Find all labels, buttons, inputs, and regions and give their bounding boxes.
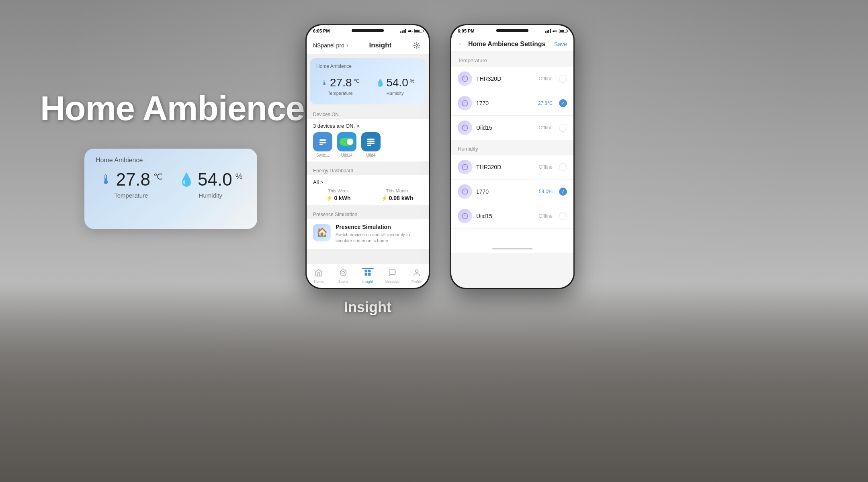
signal-bars [400, 29, 406, 33]
devices-count-text: 3 devices are ON. > [313, 123, 359, 129]
settings-header: ← Home Ambience Settings Save [451, 37, 573, 52]
settings-1770-temp[interactable]: 1770 27.8℃ ✓ [451, 91, 573, 116]
devices-section-header: Devices ON [307, 108, 429, 119]
switch-icon [318, 137, 328, 147]
save-button[interactable]: Save [554, 41, 567, 47]
widget-temp-label: Temperature [114, 192, 148, 199]
phone-insight: 6:05 PM 4G NSpanel pro [305, 24, 430, 289]
status-right-insight: 4G [400, 29, 422, 33]
ambience-card-title: Home Ambience [316, 63, 419, 69]
uiid15-temp-status: Offline [539, 125, 553, 131]
thr320d-humid-radio[interactable] [559, 163, 567, 171]
svg-point-14 [415, 270, 418, 273]
settings-uiid15-temp[interactable]: Uiid15 Offline [451, 116, 573, 140]
devices-count[interactable]: 3 devices are ON. > [313, 123, 422, 129]
device-toggle-label: Uiid14 [341, 153, 352, 157]
svg-rect-2 [319, 142, 326, 143]
battery-icon [414, 29, 422, 33]
page-heading: Home Ambience [40, 88, 305, 128]
device-item-switch[interactable]: Switc... [313, 132, 332, 157]
nav-item-message[interactable]: Message [380, 269, 404, 284]
energy-section-header: Energy Dashboard [307, 164, 429, 175]
home-indicator-bar [492, 248, 532, 249]
ambience-temp: 🌡 27.8 ℃ Temperature [316, 73, 364, 99]
background [0, 0, 868, 482]
widget-humid-label: Humidity [199, 192, 222, 199]
network-type-settings: 4G [553, 29, 557, 33]
1770-humid-value: 54.0% [539, 189, 553, 194]
nav-item-scene[interactable]: Scene [331, 269, 356, 284]
uiid15-temp-radio[interactable] [559, 124, 567, 132]
1770-temp-icon [458, 96, 472, 110]
settings-gear-button[interactable] [411, 40, 422, 51]
signal-bar-1 [400, 31, 401, 33]
energy-week-value: ⚡ 0 kWh [313, 195, 364, 201]
nav-item-insight[interactable]: Insight [356, 269, 380, 284]
nspanel-selector[interactable]: NSpanel pro ▼ [313, 42, 350, 49]
1770-temp-name: 1770 [476, 100, 534, 106]
ambience-humid-label: Humidity [387, 91, 404, 96]
device-switch-label: Switc... [316, 153, 329, 157]
temperature-section-title: Temperature [451, 52, 573, 67]
svg-point-8 [340, 270, 346, 276]
widget-humidity: 💧 54.0 % Humidity [175, 170, 246, 199]
back-button[interactable]: ← [458, 40, 465, 48]
widget-temp-row: 🌡 27.8 ℃ [100, 170, 162, 190]
battery-icon-settings [559, 29, 567, 33]
settings-1770-humid[interactable]: 1770 54.0% ✓ [451, 180, 573, 204]
battery-fill-settings [560, 30, 564, 32]
humidity-section-title: Humidity [451, 140, 573, 155]
widget-card-title: Home Ambience [96, 157, 246, 164]
insight-label-area: Insight [305, 299, 430, 316]
ambience-metrics: 🌡 27.8 ℃ Temperature 💧 54.0 % [316, 73, 419, 99]
thr320d-humid-status: Offline [539, 164, 553, 170]
nav-label-scene: Scene [338, 280, 348, 284]
grid-icon [364, 269, 372, 277]
1770-humid-radio[interactable]: ✓ [559, 188, 567, 196]
energy-row: This Week ⚡ 0 kWh This Month ⚡ 0.08 kWh [313, 188, 422, 201]
profile-nav-icon [413, 269, 421, 279]
uiid15-humid-icon [458, 209, 472, 223]
ambience-humid-row: 💧 54.0 % [376, 76, 414, 89]
insight-nav-icon [364, 269, 372, 279]
energy-link[interactable]: All > [313, 179, 422, 185]
settings-thr320d-humid[interactable]: THR320D Offline [451, 155, 573, 180]
uiid15-humid-name: Uiid15 [476, 213, 535, 219]
energy-card: All > This Week ⚡ 0 kWh This Month [307, 175, 429, 205]
uiid15-humid-radio[interactable] [559, 212, 567, 220]
phone-screen-insight: 6:05 PM 4G NSpanel pro [307, 25, 429, 288]
settings-uiid15-humid[interactable]: Uiid15 Offline [451, 204, 573, 229]
energy-week-label: This Week [313, 188, 364, 193]
presence-card[interactable]: 🏠 Presence Simulation Switch devices on … [307, 219, 429, 249]
nav-item-home[interactable]: Home [307, 269, 331, 284]
widget-temp-value: 27.8 [116, 170, 150, 190]
settings-thr320d-temp[interactable]: THR320D Offline [451, 67, 573, 91]
1770-temp-radio[interactable]: ✓ [559, 99, 567, 107]
phone-notch-left [352, 29, 384, 32]
sofa-area [0, 281, 868, 482]
message-nav-icon [388, 269, 396, 279]
energy-month-label: This Month [372, 188, 422, 193]
svg-rect-3 [319, 144, 323, 145]
widget-temp-unit: ℃ [154, 172, 162, 182]
phone-screen-settings: 6:05 PM 4G ← Home Ambienc [451, 25, 573, 288]
phone-settings: 6:05 PM 4G ← Home Ambienc [450, 24, 575, 289]
gear-icon [413, 42, 420, 49]
widget-humid-unit: % [235, 172, 243, 181]
humidity-icon: 💧 [178, 172, 194, 187]
ambience-divider [368, 76, 368, 96]
humidity-small-icon: 💧 [376, 78, 385, 87]
lightning-icon-month: ⚡ [381, 195, 388, 201]
nav-item-profile[interactable]: Profile [404, 269, 429, 284]
ambience-humid-unit: % [410, 78, 415, 84]
svg-rect-6 [367, 143, 375, 144]
svg-point-9 [342, 272, 345, 274]
device-item-list[interactable]: Uiid4 [361, 132, 381, 157]
chevron-down-icon: ▼ [346, 43, 350, 48]
device-list-label: Uiid4 [366, 153, 376, 157]
device-item-toggle[interactable]: Uiid14 [337, 132, 356, 157]
scene-nav-icon [339, 269, 347, 279]
thr320d-temp-radio[interactable] [559, 75, 567, 83]
network-type: 4G [408, 29, 413, 33]
ambience-card[interactable]: Home Ambience 🌡 27.8 ℃ Temperature [310, 58, 426, 104]
